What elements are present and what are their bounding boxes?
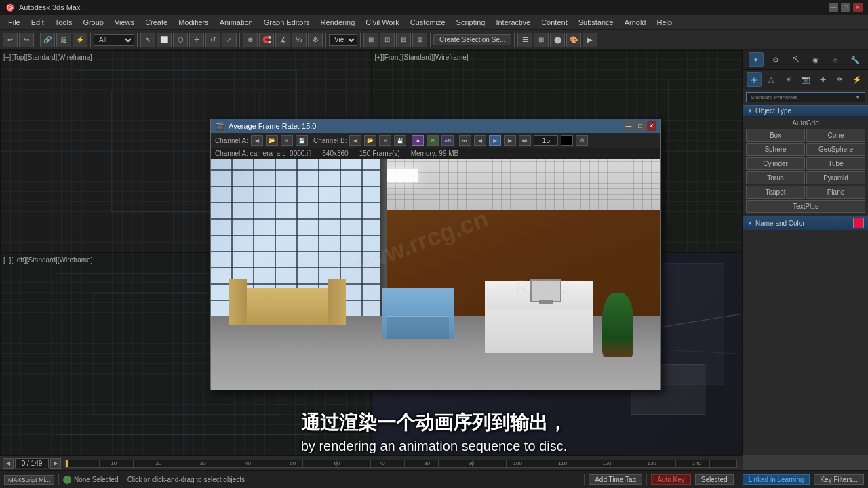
scale-button[interactable]: ⤢ — [222, 33, 237, 47]
menu-arnold[interactable]: Arnold — [619, 17, 652, 28]
menu-views[interactable]: Views — [109, 17, 140, 28]
unlink-button[interactable]: ⛓ — [56, 33, 71, 47]
menu-file[interactable]: File — [3, 17, 26, 28]
timeline-prev-btn[interactable]: ◀ — [3, 458, 14, 469]
selection-set-button[interactable]: Create Selection Se... — [433, 34, 511, 45]
maxscript-button[interactable]: MAXScript Mi... — [4, 475, 54, 485]
auto-key-button[interactable]: Auto Key — [651, 474, 691, 485]
btn-ab[interactable]: AB — [441, 135, 454, 146]
link-button[interactable]: 🔗 — [40, 33, 55, 47]
menu-customize[interactable]: Customize — [405, 17, 451, 28]
material-btn[interactable]: ⬤ — [550, 33, 565, 47]
plane-button[interactable]: Plane — [806, 186, 865, 199]
display-icon[interactable]: ☼ — [828, 52, 843, 67]
cameras-icon[interactable]: 📷 — [798, 72, 813, 87]
selected-button[interactable]: Selected — [695, 474, 734, 485]
create-icon[interactable]: ✦ — [749, 52, 764, 67]
minimize-button[interactable]: — — [829, 3, 838, 12]
channel-b-x-btn[interactable]: ✕ — [379, 135, 391, 146]
menu-substance[interactable]: Substance — [573, 17, 619, 28]
torus-button[interactable]: Torus — [746, 171, 805, 184]
select-region-button[interactable]: ⬜ — [157, 33, 172, 47]
primitives-dropdown[interactable]: Standard Primitives ▼ — [746, 92, 865, 102]
btn-b[interactable]: B — [427, 135, 439, 146]
menu-rendering[interactable]: Rendering — [315, 17, 361, 28]
hierarchy-icon[interactable]: ⛏ — [788, 52, 803, 67]
menu-tools[interactable]: Tools — [50, 17, 78, 28]
lasso-button[interactable]: ⬡ — [173, 33, 188, 47]
undo-button[interactable]: ↩ — [3, 33, 18, 47]
tube-button[interactable]: Tube — [806, 157, 865, 170]
reference-button[interactable]: ⊕ — [243, 33, 258, 47]
menu-animation[interactable]: Animation — [214, 17, 258, 28]
key-filters-button[interactable]: Key Filters... — [814, 474, 864, 485]
timeline-track[interactable]: 0 10 20 30 40 50 60 70 80 90 100 110 120… — [65, 460, 737, 468]
menu-civil-work[interactable]: Civil Work — [360, 17, 404, 28]
name-color-swatch[interactable] — [853, 218, 864, 228]
pyramid-button[interactable]: Pyramid — [806, 171, 865, 184]
modify-icon[interactable]: ⚙ — [768, 52, 783, 67]
add-time-tag-button[interactable]: Add Time Tag — [589, 474, 642, 485]
bind-button[interactable]: ⚡ — [73, 33, 87, 47]
scene-mgr-button[interactable]: ⊞ — [534, 33, 549, 47]
menu-create[interactable]: Create — [140, 17, 173, 28]
channel-a-save-btn[interactable]: 💾 — [296, 135, 308, 146]
render-setup-button[interactable]: 🎨 — [566, 33, 581, 47]
sphere-button[interactable]: Sphere — [746, 143, 805, 156]
name-color-section-header[interactable]: ▼ Name and Color — [743, 216, 868, 230]
render-image-area[interactable]: www.rrcg.cn RRCG — [211, 159, 660, 390]
render-dialog-minimize[interactable]: — — [624, 121, 633, 131]
play-start-btn[interactable]: ⏮ — [459, 135, 471, 146]
teapot-button[interactable]: Teapot — [746, 186, 805, 199]
rotate-button[interactable]: ↺ — [205, 33, 220, 47]
linked-in-button[interactable]: Linked in Learning — [743, 474, 810, 485]
move-button[interactable]: ✛ — [189, 33, 204, 47]
play-next-btn[interactable]: ▶ — [504, 135, 516, 146]
geosphere-button[interactable]: GeoSphere — [806, 143, 865, 156]
play-prev-btn[interactable]: ◀ — [474, 135, 486, 146]
layer-button[interactable]: ☰ — [517, 33, 532, 47]
angle-snap-button[interactable]: ∡ — [275, 33, 290, 47]
timeline-playhead[interactable] — [66, 460, 68, 467]
array-button[interactable]: ⊟ — [396, 33, 411, 47]
menu-content[interactable]: Content — [536, 17, 573, 28]
cylinder-button[interactable]: Cylinder — [746, 157, 805, 170]
channel-b-load-btn[interactable]: 📂 — [364, 135, 376, 146]
shapes-icon[interactable]: △ — [764, 72, 778, 87]
spinner-snap-button[interactable]: ⚙ — [308, 33, 323, 47]
utility-icon[interactable]: 🔧 — [848, 52, 863, 67]
channel-b-save-btn[interactable]: 💾 — [394, 135, 406, 146]
menu-edit[interactable]: Edit — [26, 17, 50, 28]
play-end-btn[interactable]: ⏭ — [519, 135, 531, 146]
spacewarps-icon[interactable]: ≋ — [833, 72, 848, 87]
menu-graph-editors[interactable]: Graph Editors — [258, 17, 315, 28]
menu-help[interactable]: Help — [651, 17, 677, 28]
lights-icon[interactable]: ☀ — [781, 72, 796, 87]
frame-options-btn[interactable]: ⚙ — [576, 135, 588, 146]
align-button[interactable]: ⊞ — [363, 33, 378, 47]
filter-dropdown[interactable]: All — [94, 34, 134, 46]
viewport-select[interactable]: View — [329, 34, 357, 46]
helpers-icon[interactable]: ✚ — [815, 72, 830, 87]
play-btn[interactable]: ▶ — [489, 135, 501, 146]
mirror-button[interactable]: ⊡ — [380, 33, 395, 47]
render-button[interactable]: ▶ — [583, 33, 597, 47]
close-button[interactable]: ✕ — [853, 3, 863, 12]
cone-button[interactable]: Cone — [806, 129, 865, 142]
box-button[interactable]: Box — [746, 129, 805, 142]
maximize-button[interactable]: □ — [841, 3, 850, 12]
redo-button[interactable]: ↪ — [19, 33, 34, 47]
geometry-icon[interactable]: ◈ — [747, 72, 762, 87]
motion-icon[interactable]: ◉ — [808, 52, 823, 67]
quick-align-button[interactable]: ⊠ — [412, 33, 427, 47]
frame-input[interactable] — [534, 135, 558, 146]
channel-a-x-btn[interactable]: ✕ — [281, 135, 293, 146]
channel-a-prev-btn[interactable]: ◀ — [251, 135, 263, 146]
channel-b-prev-btn[interactable]: ◀ — [349, 135, 361, 146]
menu-modifiers[interactable]: Modifiers — [173, 17, 214, 28]
textplus-button[interactable]: TextPlus — [746, 200, 865, 213]
timeline-next-btn[interactable]: ▶ — [50, 458, 61, 469]
object-type-section-header[interactable]: ▼ Object Type — [743, 105, 868, 117]
menu-interactive[interactable]: Interactive — [490, 17, 536, 28]
channel-a-load-btn[interactable]: 📂 — [266, 135, 278, 146]
